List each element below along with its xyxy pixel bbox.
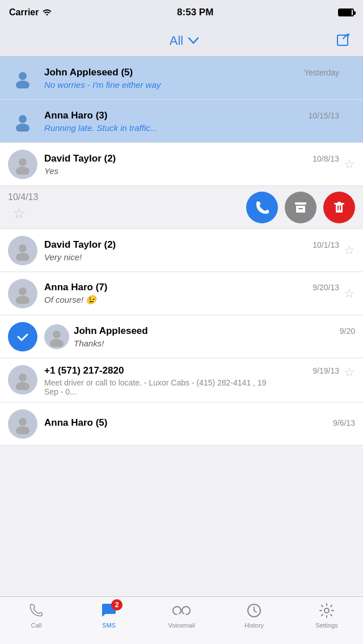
- tab-sms[interactable]: 2 SMS: [73, 601, 145, 629]
- list-item[interactable]: John Appleseed (5) Yesterday No worries …: [0, 57, 363, 100]
- message-date: Yesterday: [304, 68, 339, 77]
- swipe-info: 10/4/13 ☆: [0, 187, 246, 228]
- message-date: 9/6/13: [333, 418, 355, 427]
- svg-point-2: [16, 80, 29, 88]
- history-tab-icon: [245, 601, 263, 620]
- svg-point-15: [19, 244, 27, 252]
- list-item[interactable]: David Taylor (2) 10/1/13 Very nice! ☆: [0, 229, 363, 272]
- message-date: 10/15/13: [309, 111, 340, 120]
- message-name: John Appleseed: [74, 325, 148, 337]
- message-name: Anna Haro (3): [44, 110, 107, 121]
- message-preview: Yes: [44, 166, 282, 176]
- star-icon[interactable]: ☆: [344, 365, 355, 380]
- tab-sms-label: SMS: [102, 622, 116, 629]
- sms-badge: 2: [111, 599, 123, 611]
- message-content: John Appleseed (5) Yesterday No worries …: [44, 67, 339, 90]
- wifi-icon: [42, 7, 52, 18]
- svg-point-16: [16, 253, 29, 261]
- message-content: +1 (571) 217-2820 9/19/13 Meet driver or…: [44, 365, 339, 396]
- svg-point-25: [173, 607, 181, 615]
- message-header: John Appleseed (5) Yesterday: [44, 67, 339, 78]
- tab-settings[interactable]: Settings: [290, 601, 363, 629]
- list-item[interactable]: Anna Haro (5) 9/6/13: [0, 402, 363, 446]
- message-preview: Thanks!: [74, 338, 312, 348]
- message-preview: Meet driver or call to locate. - Luxor C…: [44, 378, 282, 396]
- time-display: 8:53 PM: [177, 7, 213, 18]
- list-item[interactable]: Anna Haro (3) 10/15/13 Running late. Stu…: [0, 100, 363, 143]
- tab-call-label: Call: [31, 622, 42, 629]
- svg-rect-12: [337, 202, 341, 204]
- list-item[interactable]: John Appleseed 9/20 Thanks!: [0, 315, 363, 358]
- svg-point-19: [53, 331, 61, 338]
- tab-history[interactable]: History: [218, 601, 290, 629]
- svg-point-29: [324, 608, 329, 613]
- archive-action-button[interactable]: [285, 192, 316, 223]
- message-name: Anna Haro (5): [44, 417, 107, 429]
- svg-point-1: [19, 72, 27, 80]
- tab-voicemail[interactable]: Voicemail: [145, 601, 218, 629]
- avatar: [8, 107, 37, 136]
- tab-history-label: History: [244, 622, 264, 629]
- message-date: 10/1/13: [313, 240, 339, 249]
- message-header: +1 (571) 217-2820 9/19/13: [44, 365, 339, 376]
- tab-call[interactable]: Call: [0, 601, 73, 629]
- avatar: [44, 324, 69, 349]
- star-icon[interactable]: ☆: [344, 286, 355, 301]
- svg-point-20: [50, 339, 64, 347]
- content-area: John Appleseed (5) Yesterday No worries …: [0, 57, 363, 596]
- settings-tab-icon: [318, 601, 336, 620]
- message-header: Anna Haro (7) 9/20/13: [44, 282, 339, 293]
- list-item[interactable]: +1 (571) 217-2820 9/19/13 Meet driver or…: [0, 358, 363, 402]
- avatar: [8, 150, 37, 179]
- star-icon[interactable]: ☆: [344, 71, 355, 86]
- nav-bar: All: [0, 25, 363, 57]
- svg-rect-9: [298, 208, 303, 209]
- svg-point-3: [19, 115, 27, 123]
- message-date: 9/19/13: [313, 366, 339, 375]
- checkmark-avatar: [8, 322, 37, 351]
- message-header: Anna Haro (3) 10/15/13: [44, 110, 339, 121]
- avatar: [8, 279, 37, 308]
- message-name: John Appleseed (5): [44, 67, 133, 78]
- compose-button[interactable]: [335, 32, 352, 49]
- avatar: [8, 63, 37, 93]
- svg-point-18: [16, 296, 29, 304]
- message-content: John Appleseed 9/20 Thanks!: [74, 325, 355, 348]
- message-header: Anna Haro (5) 9/6/13: [44, 417, 355, 429]
- svg-rect-0: [337, 35, 348, 45]
- svg-rect-13: [337, 205, 339, 210]
- call-action-button[interactable]: [246, 192, 278, 223]
- message-content: Anna Haro (3) 10/15/13 Running late. Stu…: [44, 110, 339, 133]
- chevron-down-icon[interactable]: [188, 33, 199, 48]
- message-name: +1 (571) 217-2820: [44, 365, 124, 376]
- tab-voicemail-label: Voicemail: [168, 622, 195, 629]
- svg-point-5: [19, 158, 27, 166]
- star-icon[interactable]: ☆: [344, 114, 355, 129]
- message-header: David Taylor (2) 10/8/13: [44, 153, 339, 164]
- svg-point-24: [16, 426, 29, 434]
- message-header: David Taylor (2) 10/1/13: [44, 239, 339, 251]
- star-icon[interactable]: ☆: [344, 243, 355, 258]
- delete-action-button[interactable]: [323, 192, 355, 223]
- svg-rect-10: [336, 204, 343, 213]
- message-content: Anna Haro (5) 9/6/13: [44, 417, 355, 430]
- swipe-actions: [246, 192, 363, 223]
- star-icon[interactable]: ☆: [344, 157, 355, 172]
- message-preview: Of course! 😉: [44, 295, 282, 305]
- message-preview: No worries - I'm fine either way: [44, 80, 282, 90]
- message-content: David Taylor (2) 10/8/13 Yes: [44, 153, 339, 176]
- list-item[interactable]: David Taylor (2) 10/8/13 Yes ☆: [0, 143, 363, 186]
- avatar: [8, 236, 37, 265]
- carrier-label: Carrier: [9, 7, 39, 18]
- list-item[interactable]: Anna Haro (7) 9/20/13 Of course! 😉 ☆: [0, 272, 363, 315]
- tab-bar: Call 2 SMS Voicemail Histo: [0, 596, 363, 644]
- nav-title[interactable]: All: [170, 33, 199, 48]
- swipe-action-row: 10/4/13 ☆: [0, 186, 363, 229]
- voicemail-tab-icon: [172, 601, 191, 620]
- svg-point-21: [19, 374, 27, 382]
- star-icon[interactable]: ☆: [12, 205, 26, 222]
- svg-rect-7: [295, 202, 306, 205]
- swipe-date: 10/4/13: [8, 192, 38, 202]
- svg-rect-27: [177, 614, 186, 616]
- svg-point-17: [19, 287, 27, 295]
